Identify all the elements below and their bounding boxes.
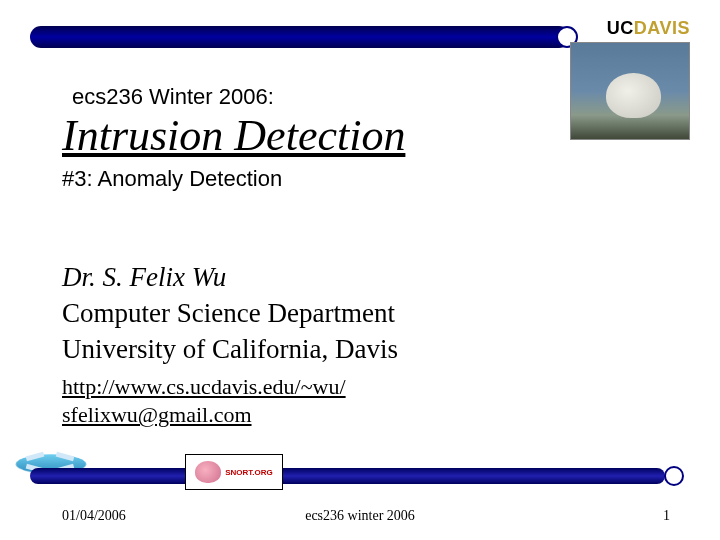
campus-photo — [570, 42, 690, 140]
snort-pig-icon — [195, 461, 221, 483]
author-email: sfelixwu@gmail.com — [62, 402, 252, 428]
author-univ: University of California, Davis — [62, 334, 398, 365]
author-name: Dr. S. Felix Wu — [62, 262, 226, 293]
course-code: ecs236 Winter 2006: — [72, 84, 274, 110]
snort-logo: SNORT.ORG — [185, 454, 283, 490]
author-url: http://www.cs.ucdavis.edu/~wu/ — [62, 374, 346, 400]
snort-text: SNORT.ORG — [225, 468, 273, 477]
bottom-bar-end-circle — [664, 466, 684, 486]
footer-center: ecs236 winter 2006 — [0, 508, 720, 524]
ucdavis-logo: UCDAVIS — [607, 18, 690, 39]
bottom-decorative-bar — [30, 468, 665, 484]
author-dept: Computer Science Department — [62, 298, 395, 329]
logo-uc-text: UC — [607, 18, 634, 38]
logo-davis-text: DAVIS — [634, 18, 690, 38]
footer-page-number: 1 — [663, 508, 670, 524]
slide-title: Intrusion Detection — [62, 110, 405, 161]
slide-subtitle: #3: Anomaly Detection — [62, 166, 282, 192]
top-decorative-bar — [30, 26, 570, 48]
